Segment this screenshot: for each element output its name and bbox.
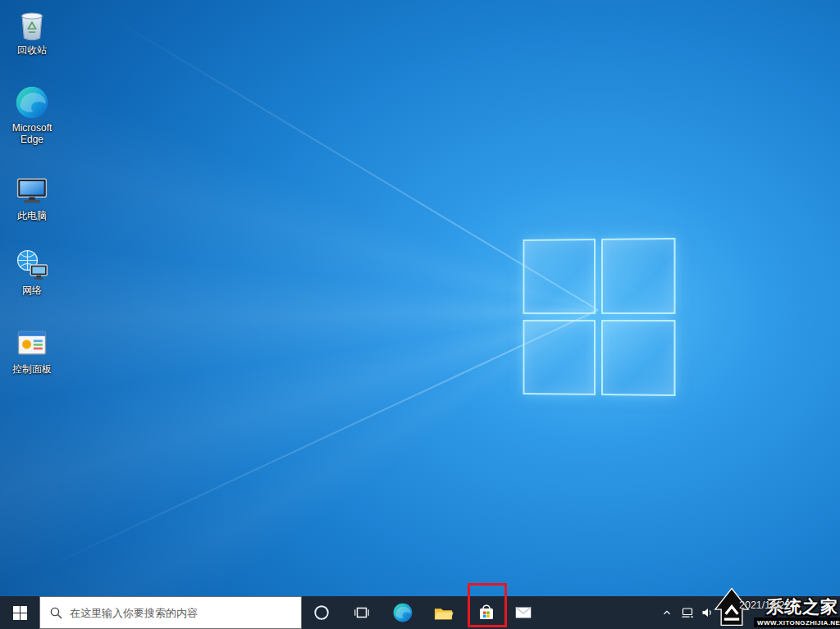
microsoft-edge-taskbar-button[interactable] bbox=[386, 596, 419, 629]
watermark-site-url: WWW.XITONGZHIJIA.NET bbox=[754, 618, 840, 627]
windows-logo bbox=[523, 238, 676, 396]
cortana-button[interactable] bbox=[305, 596, 338, 629]
file-explorer-button[interactable] bbox=[427, 596, 459, 629]
recycle-bin-icon bbox=[14, 7, 50, 43]
desktop-icon-control-panel[interactable]: 控制面板 bbox=[1, 326, 63, 375]
file-explorer-icon bbox=[433, 603, 454, 623]
tray-clock[interactable]: 2021/12/22 bbox=[739, 599, 791, 611]
windows-logo-pane bbox=[601, 320, 676, 396]
windows-start-icon bbox=[13, 606, 27, 620]
search-icon bbox=[50, 607, 62, 619]
network-status-icon bbox=[681, 606, 694, 619]
screen: 回收站 Microsoft Edge 此电脑 bbox=[0, 0, 840, 629]
desktop-icon-label: Microsoft Edge bbox=[1, 122, 63, 146]
microsoft-edge-icon bbox=[392, 602, 413, 623]
desktop-icon-label: 回收站 bbox=[17, 44, 47, 56]
task-view-button[interactable] bbox=[345, 596, 378, 629]
desktop-icon-this-pc[interactable]: 此电脑 bbox=[1, 172, 63, 221]
this-pc-icon bbox=[14, 172, 50, 208]
search-input[interactable] bbox=[70, 607, 291, 619]
taskbar-search-box[interactable] bbox=[39, 596, 302, 629]
windows-logo-pane bbox=[523, 239, 596, 314]
cortana-icon bbox=[313, 604, 331, 622]
tray-network-button[interactable] bbox=[678, 596, 697, 629]
desktop-icon-label: 此电脑 bbox=[17, 210, 47, 221]
desktop-icon-recycle-bin[interactable]: 回收站 bbox=[1, 7, 63, 56]
windows-logo-pane bbox=[523, 320, 596, 395]
start-button[interactable] bbox=[0, 596, 39, 629]
microsoft-edge-icon bbox=[14, 84, 50, 121]
desktop-icon-microsoft-edge[interactable]: Microsoft Edge bbox=[1, 84, 63, 146]
mail-button[interactable] bbox=[507, 596, 540, 629]
desktop-icon-network[interactable]: 网络 bbox=[1, 247, 63, 296]
control-panel-icon bbox=[14, 326, 50, 362]
highlight-box bbox=[468, 583, 507, 627]
desktop-icon-label: 控制面板 bbox=[12, 363, 52, 375]
windows-logo-pane bbox=[601, 238, 676, 314]
task-view-icon bbox=[353, 604, 371, 622]
desktop-icon-label: 网络 bbox=[22, 285, 42, 296]
network-icon bbox=[14, 247, 50, 283]
chevron-up-icon bbox=[661, 607, 673, 618]
desktop-wallpaper[interactable]: 回收站 Microsoft Edge 此电脑 bbox=[0, 0, 840, 596]
mail-icon bbox=[514, 603, 533, 622]
tray-chevron-up-button[interactable] bbox=[658, 596, 676, 629]
light-rays bbox=[0, 0, 840, 596]
